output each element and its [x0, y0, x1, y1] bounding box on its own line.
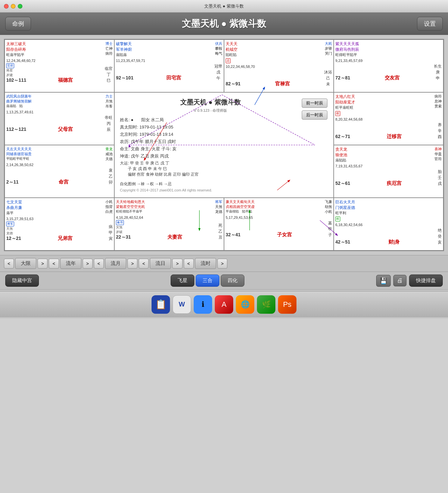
cell-minggong-stars: 天左天天天天天 同辅喜德官福贵 平陷旺平旺平旺 [6, 147, 32, 161]
cell-guanlu-stars: 天天天 机钺空 陷旺陷 忌 [226, 41, 238, 63]
cell-caishen: 巨右火天月 门弼星巫德 旺平利 科 6,18,30,42,54,66 42～51… [334, 198, 443, 250]
center-dayun-row: 大运: 甲 癸 壬 辛 庚 己 戊 丁 子 亥 戌 酉 申 未 午 巳 偏财 伤… [120, 160, 328, 177]
center-title: 文墨天机 ● 紫微斗数 [120, 98, 328, 107]
close-button[interactable] [4, 4, 9, 9]
cell-minggong-right: 青龙 咸池 天德 [105, 147, 113, 161]
prev-time-button[interactable]: 前一时辰 [302, 99, 327, 108]
cell-caishen-age: 42～51 [335, 239, 350, 245]
mingli-button[interactable]: 命例 [5, 17, 31, 31]
center-solar-row: 真太阳时: 1979-01-13 19:05 [120, 124, 328, 130]
hide-center-button[interactable]: 隐藏中宫 [5, 275, 39, 287]
daxian-next[interactable]: > [38, 259, 47, 269]
cell-xiongdi: 七文天蜚 杀曲月廉 庙平 小耗 指背 白虎 3,15,27,39,51,63 将… [5, 198, 114, 250]
print-button[interactable]: 🖨 [393, 275, 406, 286]
cell-guanlu-nums: 10,22,34,46,58,70 [226, 65, 332, 69]
cell-tianzhai-nums: 11,23,35,47,59,71 [116, 59, 222, 63]
flying-star-button[interactable]: 飞星 [171, 275, 194, 287]
dock: 📋 W ℹ A 🌐 🌿 Ps [0, 291, 448, 317]
liunian-prev[interactable]: < [49, 259, 59, 269]
dock-icon-4[interactable]: 🌐 [236, 295, 254, 314]
cell-guanlu-age: 82～91 [226, 81, 240, 87]
func-bar: 隐藏中宫 飞星 三合 四化 💾 🖨 快捷排盘 [0, 272, 448, 289]
maximize-button[interactable] [18, 4, 22, 9]
title-bar-text: 文墨天机 ● 紫微斗数 [204, 3, 243, 9]
cell-guanlu-palace: 官禄宫 [275, 81, 290, 87]
cell-minggong-age: 2～11 [6, 179, 18, 185]
chart-grid: 太禄三破天 阳存合碎寿 旺庙平陷平 博士 亡神 病符 12,24,36,48,6… [5, 40, 443, 250]
cell-caishen-ganzi: 绝癸亥 [438, 227, 442, 245]
cell-fuqi-badge: 奏书 灾煞 岁破 [116, 220, 131, 234]
cell-zinv: 廉天文天截旬天天 贞相昌姚空空哭虚 平庙得陷 陷平陷 飞廉 劫煞 小耗 5,17… [224, 198, 334, 250]
mode-buttons: 飞星 三合 四化 [171, 275, 244, 287]
cell-guanlu-ganzi: 沐浴己未 [324, 69, 332, 87]
cell-fumu-right: 力士 月煞 吊客 [105, 94, 113, 109]
cell-qianyi-ganzi: 养辛酉 [438, 122, 442, 140]
cell-caishen-nums: 6,18,30,42,54,66 [335, 223, 442, 227]
dock-icon-1[interactable]: W [173, 295, 191, 314]
center-legend: 自化图例 →禄 →权 →科 →忌 Copyright © 2014~2017 z… [120, 181, 328, 192]
liunian-label: 流年 [60, 258, 81, 269]
liuri-next[interactable]: > [172, 259, 182, 269]
liunian-next[interactable]: > [83, 259, 93, 269]
quick-paipan-button[interactable]: 快捷排盘 [409, 275, 443, 287]
liushi-label: 流时 [195, 258, 216, 269]
liuyue-prev[interactable]: < [94, 259, 104, 269]
cell-qianyi-stars: 太地八红天 阳劫座鸾才 旺平庙旺旺 权 [335, 94, 355, 116]
liuyue-next[interactable]: > [127, 259, 137, 269]
save-button[interactable]: 💾 [376, 275, 391, 287]
dock-icon-2[interactable]: ℹ [194, 295, 212, 314]
dock-icon-6[interactable]: Ps [278, 295, 296, 314]
cell-jie: 贪天龙 狼使池 庙陷陷 喜神 华盖 官符 7,19,31,43,55,67 52… [334, 145, 443, 198]
cell-fumu-palace: 父母宫 [58, 126, 73, 132]
cell-qianyi: 太地八红天 阳劫座鸾才 旺平庙旺旺 权 病符 息神 贯索 8,20,32,44,… [334, 92, 443, 145]
cell-fude-right: 博士 亡神 病符 [105, 41, 113, 57]
liushi-prev[interactable]: < [184, 259, 194, 269]
cell-tianzhai-age: 92～101 [116, 75, 133, 81]
sihua-button[interactable]: 四化 [221, 275, 244, 287]
center-ganzhi-row: 坤道: 戊午 乙丑 庚辰 丙戌 [120, 153, 328, 159]
liuri-prev[interactable]: < [139, 259, 149, 269]
cell-fumu: 武陀凤台阴寡年 曲罗阁辅煞宿解 庙庙陷 陷 力士 月煞 吊客 1,13,25,3… [5, 92, 114, 145]
cell-fuqi-palace: 夫妻宫 [167, 234, 182, 240]
cell-guanlu: 天天天 机钺空 陷旺陷 忌 大耗 岁驿 哭门 10,22,34,46,58,70… [224, 40, 334, 92]
cell-jie-palace: 疾厄宫 [387, 180, 402, 187]
daxian-label: 大限 [15, 258, 36, 269]
bottom-nav: < 大限 > < 流年 > < 流月 > < 流日 > < 流时 > [0, 255, 448, 272]
daxian-prev[interactable]: < [4, 259, 14, 269]
cell-jiaoyou-stars: 紫天天天天孤 微府马伤刑辰 旺得旺平陷平 [335, 41, 359, 57]
cell-qianyi-right: 病符 息神 贯索 [434, 94, 442, 116]
cell-minggong-nums: 2,14,26,38,50,62 [6, 163, 113, 167]
cell-xiongdi-ganzi: 病甲寅 [109, 224, 113, 242]
cell-tianzhai-palace: 田宅宫 [166, 75, 181, 81]
title-bar: 文墨天机 ● 紫微斗数 [0, 0, 448, 13]
cell-jie-ganzi: 胎壬戌 [438, 169, 442, 187]
cell-minggong: 天左天天天天天 同辅喜德官福贵 平陷旺平旺平旺 青龙 咸池 天德 2,14,26… [5, 145, 114, 198]
center-lunar-row: 农历: 戊午年 腊月十五日 戌时 [120, 139, 328, 145]
liuyue-label: 流月 [105, 258, 126, 269]
next-time-button[interactable]: 后一时辰 [302, 110, 327, 120]
cell-tianzhai: 破擎解天 军羊神廚 庙陷庙 伏兵 攀鞍 晦气 11,23,35,47,59,71… [114, 40, 224, 92]
cell-fude-ganzi: 临官丁巳 [105, 66, 113, 83]
cell-fuqi-age: 22～31 [116, 234, 131, 240]
minimize-button[interactable] [11, 4, 15, 9]
time-buttons: 前一时辰 后一时辰 [301, 98, 328, 120]
dock-top: 📋 W ℹ A 🌐 🌿 Ps [0, 289, 448, 319]
cell-minggong-palace: 命宫 [59, 179, 69, 185]
liuri-label: 流日 [150, 258, 171, 269]
cell-jie-right: 喜神 华盖 官符 [434, 147, 442, 163]
settings-button[interactable]: 设置 [417, 17, 443, 31]
liushi-next[interactable]: > [217, 259, 227, 269]
cell-zinv-ganzi: 墓甲子 [328, 220, 332, 238]
cell-fumu-nums: 1,13,25,37,49,61 [6, 110, 113, 114]
sanhe-button[interactable]: 三合 [196, 275, 219, 287]
dock-icon-5[interactable]: 🌿 [257, 295, 275, 314]
cell-fuqi-ganzi: 死乙丑 [218, 222, 222, 240]
dock-icon-3[interactable]: A [215, 295, 233, 314]
cell-qianyi-nums: 8,20,32,44,56,68 [335, 117, 442, 121]
dock-icon-finder[interactable]: 📋 [152, 295, 170, 314]
cell-fumu-stars: 武陀凤台阴寡年 曲罗阁辅煞宿解 庙庙陷 陷 [6, 94, 32, 109]
center-name-row: 姓名: ● 阳女 水二局 [120, 117, 328, 123]
cell-tianzhai-right: 伏兵 攀鞍 晦气 [215, 41, 222, 57]
cell-jiaoyou-nums: 9,21,33,45,57,69 [335, 59, 442, 63]
cell-xiongdi-badge: 将军 天煞 龙德 [6, 221, 21, 236]
